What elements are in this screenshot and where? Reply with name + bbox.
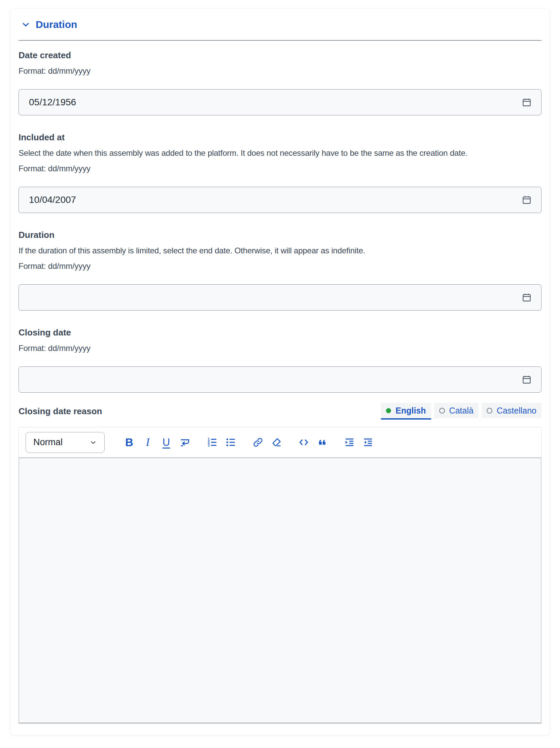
link-icon — [252, 437, 263, 448]
section-divider — [19, 40, 541, 41]
field-label: Closing date — [19, 327, 541, 337]
language-tab-label: Català — [449, 406, 473, 416]
ordered-list-icon: 123 — [207, 437, 218, 448]
language-tab-catala[interactable]: Català — [434, 403, 479, 418]
duration-input[interactable] — [29, 292, 522, 303]
selected-language-dot-icon — [386, 408, 391, 413]
field-format-hint: Format: dd/mm/yyyy — [19, 261, 541, 271]
field-label: Date created — [19, 50, 541, 60]
italic-icon: I — [146, 437, 150, 448]
field-date-created: Date created Format: dd/mm/yyyy — [19, 50, 541, 115]
field-format-hint: Format: dd/mm/yyyy — [19, 66, 541, 76]
chevron-down-icon — [90, 439, 97, 446]
outdent-icon — [363, 437, 374, 448]
field-description: Select the date when this assembly was a… — [19, 148, 541, 158]
duration-inputbox — [19, 284, 541, 310]
indent-button[interactable] — [342, 435, 357, 450]
field-included-at: Included at Select the date when this as… — [19, 132, 541, 213]
closing-reason-label: Closing date reason — [19, 406, 102, 416]
calendar-button[interactable] — [522, 374, 532, 384]
language-tab-label: English — [395, 406, 426, 416]
paragraph-style-value: Normal — [33, 437, 63, 447]
closing-reason-header-row: Closing date reason English Català Caste… — [19, 403, 541, 420]
clear-format-button[interactable] — [269, 435, 284, 450]
duration-section-card: Duration Date created Format: dd/mm/yyyy… — [10, 8, 550, 735]
chevron-down-icon — [21, 20, 30, 29]
outdent-button[interactable] — [360, 435, 376, 450]
code-icon — [298, 437, 309, 448]
calendar-button[interactable] — [522, 293, 532, 303]
included-at-inputbox — [19, 187, 541, 213]
language-tab-label: Castellano — [497, 406, 536, 416]
section-header-duration[interactable]: Duration — [19, 19, 77, 31]
date-created-inputbox — [19, 89, 541, 115]
unselected-language-circle-icon — [439, 408, 445, 414]
closing-date-input[interactable] — [29, 374, 522, 385]
included-at-input[interactable] — [29, 194, 522, 205]
language-tab-english[interactable]: English — [381, 403, 431, 420]
underline-button[interactable]: U — [159, 435, 174, 450]
paragraph-style-select[interactable]: Normal — [26, 432, 105, 453]
svg-text:3: 3 — [208, 443, 210, 447]
field-closing-date: Closing date Format: dd/mm/yyyy — [19, 327, 541, 393]
indent-icon — [344, 437, 355, 448]
link-button[interactable] — [250, 435, 265, 450]
section-title: Duration — [36, 19, 77, 31]
calendar-icon — [522, 374, 532, 384]
blockquote-icon — [317, 437, 328, 448]
field-format-hint: Format: dd/mm/yyyy — [19, 164, 541, 173]
underline-icon: U — [163, 437, 170, 447]
unselected-language-circle-icon — [487, 408, 492, 414]
language-tabs: English Català Castellano — [381, 403, 541, 420]
italic-button[interactable]: I — [140, 435, 156, 450]
field-label: Duration — [19, 230, 541, 240]
ordered-list-button[interactable]: 123 — [204, 435, 220, 450]
language-tab-castellano[interactable]: Castellano — [482, 403, 541, 418]
field-label: Included at — [19, 132, 541, 142]
calendar-icon — [522, 293, 532, 303]
field-description: If the duration of this assembly is limi… — [19, 246, 541, 255]
bullet-list-button[interactable] — [223, 435, 238, 450]
bold-icon: B — [125, 437, 133, 448]
date-created-input[interactable] — [29, 97, 522, 108]
closing-date-inputbox — [19, 367, 541, 393]
field-duration: Duration If the duration of this assembl… — [19, 230, 541, 310]
editor-toolbar: Normal B I U 123 — [19, 427, 541, 457]
calendar-button[interactable] — [522, 195, 532, 205]
code-button[interactable] — [296, 435, 311, 450]
calendar-icon — [522, 97, 532, 107]
bold-button[interactable]: B — [121, 435, 137, 450]
calendar-button[interactable] — [522, 97, 532, 107]
blockquote-button[interactable] — [314, 435, 330, 450]
calendar-icon — [522, 195, 532, 205]
eraser-icon — [271, 437, 282, 448]
soft-break-button[interactable] — [177, 435, 192, 450]
field-format-hint: Format: dd/mm/yyyy — [19, 343, 541, 353]
rich-text-editor: Normal B I U 123 — [19, 427, 541, 724]
rich-text-editor-content[interactable] — [19, 457, 541, 724]
soft-break-icon — [179, 437, 190, 448]
bullet-list-icon — [225, 437, 236, 448]
